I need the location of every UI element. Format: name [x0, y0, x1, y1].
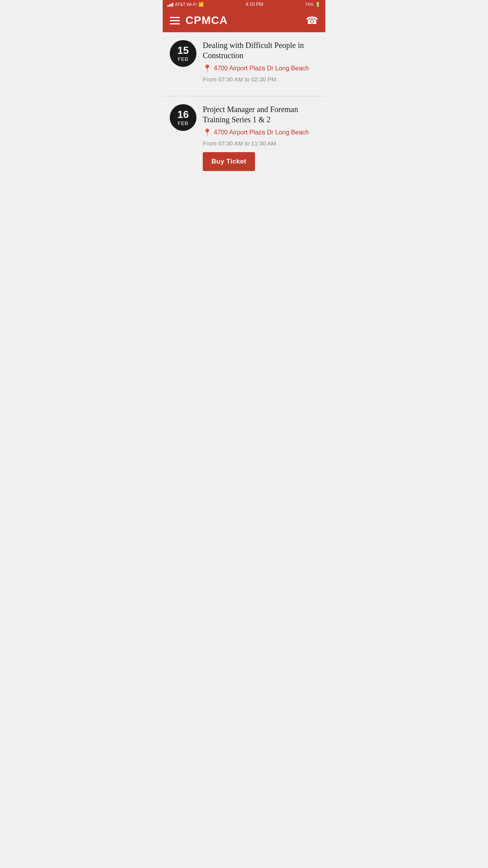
event-item: 15 FEB Dealing with Difficult People in …	[163, 32, 325, 96]
event-date-day: 15	[178, 45, 189, 56]
status-left: AT&T Wi-Fi 📶	[167, 2, 204, 7]
phone-icon[interactable]: ☎	[306, 15, 318, 27]
event-details: Project Manager and Foreman Training Ser…	[203, 104, 318, 171]
event-location: 📍 4700 Airport Plaza Dr Long Beach	[203, 64, 318, 73]
event-title: Project Manager and Foreman Training Ser…	[203, 104, 318, 125]
navbar: CPMCA ☎	[163, 9, 325, 32]
event-time: From 07:30 AM to 11:30 AM	[203, 140, 318, 147]
event-time: From 07:30 AM to 02:30 PM	[203, 76, 318, 83]
event-date-month: FEB	[178, 56, 189, 62]
status-right: 74% 🔋	[305, 2, 321, 7]
hamburger-menu-icon[interactable]	[170, 17, 180, 24]
event-location: 📍 4700 Airport Plaza Dr Long Beach	[203, 129, 318, 137]
wifi-icon: 📶	[198, 2, 204, 7]
event-title: Dealing with Difficult People in Constru…	[203, 40, 318, 61]
battery-label: 74%	[305, 2, 314, 7]
event-date-badge: 15 FEB	[170, 40, 196, 67]
event-location-text[interactable]: 4700 Airport Plaza Dr Long Beach	[214, 64, 309, 73]
event-details: Dealing with Difficult People in Constru…	[203, 40, 318, 88]
app-title: CPMCA	[185, 14, 228, 27]
navbar-left: CPMCA	[170, 14, 228, 27]
event-item: 16 FEB Project Manager and Foreman Train…	[163, 96, 325, 179]
event-date-month: FEB	[178, 120, 189, 126]
location-pin-icon: 📍	[203, 128, 211, 137]
signal-icon	[167, 2, 173, 7]
carrier-label: AT&T Wi-Fi	[175, 2, 197, 7]
location-pin-icon: 📍	[203, 64, 211, 73]
event-date-badge: 16 FEB	[170, 104, 196, 131]
status-time: 4:10 PM	[246, 2, 263, 7]
events-list: 15 FEB Dealing with Difficult People in …	[163, 32, 325, 179]
event-date-day: 16	[178, 109, 189, 120]
event-location-text[interactable]: 4700 Airport Plaza Dr Long Beach	[214, 129, 309, 137]
buy-ticket-button[interactable]: Buy Ticket	[203, 152, 255, 171]
battery-icon: 🔋	[315, 2, 321, 7]
status-bar: AT&T Wi-Fi 📶 4:10 PM 74% 🔋	[163, 0, 325, 9]
